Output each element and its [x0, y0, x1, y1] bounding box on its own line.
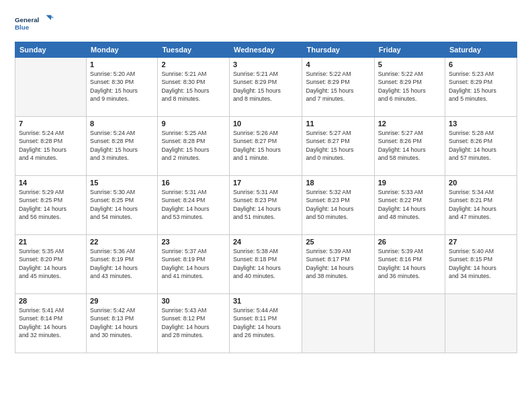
day-cell: 25Sunrise: 5:39 AMSunset: 8:17 PMDayligh…	[302, 235, 374, 294]
day-number: 18	[306, 179, 370, 187]
day-number: 22	[90, 238, 154, 246]
day-cell: 8Sunrise: 5:24 AMSunset: 8:28 PMDaylight…	[87, 117, 158, 176]
day-number: 4	[306, 60, 370, 68]
day-number: 23	[161, 238, 226, 246]
day-info: Sunrise: 5:25 AMSunset: 8:28 PMDaylight:…	[161, 129, 226, 162]
svg-marker-2	[46, 15, 52, 21]
day-info: Sunrise: 5:35 AMSunset: 8:20 PMDaylight:…	[19, 247, 83, 280]
day-info: Sunrise: 5:24 AMSunset: 8:28 PMDaylight:…	[19, 129, 83, 162]
day-number: 21	[19, 238, 83, 246]
day-number: 24	[233, 238, 299, 246]
day-number: 9	[161, 120, 226, 128]
day-info: Sunrise: 5:41 AMSunset: 8:14 PMDaylight:…	[19, 306, 83, 339]
day-info: Sunrise: 5:40 AMSunset: 8:15 PMDaylight:…	[449, 247, 513, 280]
day-info: Sunrise: 5:27 AMSunset: 8:26 PMDaylight:…	[378, 129, 441, 162]
day-cell: 5Sunrise: 5:22 AMSunset: 8:29 PMDaylight…	[374, 58, 445, 117]
day-info: Sunrise: 5:39 AMSunset: 8:16 PMDaylight:…	[378, 247, 441, 280]
day-info: Sunrise: 5:27 AMSunset: 8:27 PMDaylight:…	[306, 129, 370, 162]
day-cell: 11Sunrise: 5:27 AMSunset: 8:27 PMDayligh…	[302, 117, 374, 176]
day-number: 5	[378, 60, 441, 68]
day-cell: 31Sunrise: 5:44 AMSunset: 8:11 PMDayligh…	[229, 294, 302, 353]
weekday-monday: Monday	[87, 42, 158, 58]
logo-svg: General Blue	[15, 12, 55, 36]
day-info: Sunrise: 5:39 AMSunset: 8:17 PMDaylight:…	[306, 247, 370, 280]
day-number: 31	[233, 297, 299, 305]
day-number: 29	[90, 297, 154, 305]
day-cell: 19Sunrise: 5:33 AMSunset: 8:22 PMDayligh…	[374, 176, 445, 235]
day-number: 26	[378, 238, 441, 246]
day-number: 10	[233, 120, 299, 128]
day-cell: 17Sunrise: 5:31 AMSunset: 8:23 PMDayligh…	[229, 176, 302, 235]
weekday-sunday: Sunday	[15, 42, 87, 58]
day-number: 28	[19, 297, 83, 305]
day-info: Sunrise: 5:21 AMSunset: 8:29 PMDaylight:…	[233, 70, 299, 103]
day-number: 19	[378, 179, 441, 187]
day-info: Sunrise: 5:21 AMSunset: 8:30 PMDaylight:…	[161, 70, 226, 103]
day-info: Sunrise: 5:20 AMSunset: 8:30 PMDaylight:…	[90, 70, 154, 103]
weekday-wednesday: Wednesday	[229, 42, 302, 58]
day-number: 1	[90, 60, 154, 68]
day-cell: 23Sunrise: 5:37 AMSunset: 8:19 PMDayligh…	[158, 235, 230, 294]
day-number: 17	[233, 179, 299, 187]
day-info: Sunrise: 5:23 AMSunset: 8:29 PMDaylight:…	[449, 70, 513, 103]
day-number: 7	[19, 120, 83, 128]
header: General Blue	[15, 12, 517, 36]
day-info: Sunrise: 5:22 AMSunset: 8:29 PMDaylight:…	[378, 70, 441, 103]
day-cell: 13Sunrise: 5:28 AMSunset: 8:26 PMDayligh…	[445, 117, 517, 176]
day-info: Sunrise: 5:26 AMSunset: 8:27 PMDaylight:…	[233, 129, 299, 162]
svg-text:General: General	[15, 16, 40, 24]
day-number: 11	[306, 120, 370, 128]
day-cell: 28Sunrise: 5:41 AMSunset: 8:14 PMDayligh…	[15, 294, 87, 353]
weekday-saturday: Saturday	[445, 42, 517, 58]
day-number: 3	[233, 60, 299, 68]
svg-marker-3	[51, 15, 54, 19]
day-info: Sunrise: 5:28 AMSunset: 8:26 PMDaylight:…	[449, 129, 513, 162]
day-info: Sunrise: 5:31 AMSunset: 8:24 PMDaylight:…	[161, 188, 226, 221]
week-row-1: 1Sunrise: 5:20 AMSunset: 8:30 PMDaylight…	[15, 58, 517, 117]
day-cell: 12Sunrise: 5:27 AMSunset: 8:26 PMDayligh…	[374, 117, 445, 176]
day-info: Sunrise: 5:37 AMSunset: 8:19 PMDaylight:…	[161, 247, 226, 280]
day-cell: 14Sunrise: 5:29 AMSunset: 8:25 PMDayligh…	[15, 176, 87, 235]
week-row-5: 28Sunrise: 5:41 AMSunset: 8:14 PMDayligh…	[15, 294, 517, 353]
day-cell: 16Sunrise: 5:31 AMSunset: 8:24 PMDayligh…	[158, 176, 230, 235]
day-number: 25	[306, 238, 370, 246]
day-number: 2	[161, 60, 226, 68]
day-info: Sunrise: 5:34 AMSunset: 8:21 PMDaylight:…	[449, 188, 513, 221]
week-row-2: 7Sunrise: 5:24 AMSunset: 8:28 PMDaylight…	[15, 117, 517, 176]
logo: General Blue	[15, 12, 55, 36]
weekday-tuesday: Tuesday	[158, 42, 230, 58]
day-cell: 15Sunrise: 5:30 AMSunset: 8:25 PMDayligh…	[87, 176, 158, 235]
day-number: 12	[378, 120, 441, 128]
day-cell: 26Sunrise: 5:39 AMSunset: 8:16 PMDayligh…	[374, 235, 445, 294]
day-cell: 4Sunrise: 5:22 AMSunset: 8:29 PMDaylight…	[302, 58, 374, 117]
day-info: Sunrise: 5:30 AMSunset: 8:25 PMDaylight:…	[90, 188, 154, 221]
day-cell: 1Sunrise: 5:20 AMSunset: 8:30 PMDaylight…	[87, 58, 158, 117]
day-number: 20	[449, 179, 513, 187]
day-number: 30	[161, 297, 226, 305]
day-cell: 7Sunrise: 5:24 AMSunset: 8:28 PMDaylight…	[15, 117, 87, 176]
weekday-header-row: SundayMondayTuesdayWednesdayThursdayFrid…	[15, 42, 517, 58]
day-cell: 6Sunrise: 5:23 AMSunset: 8:29 PMDaylight…	[445, 58, 517, 117]
day-info: Sunrise: 5:24 AMSunset: 8:28 PMDaylight:…	[90, 129, 154, 162]
day-info: Sunrise: 5:29 AMSunset: 8:25 PMDaylight:…	[19, 188, 83, 221]
day-info: Sunrise: 5:22 AMSunset: 8:29 PMDaylight:…	[306, 70, 370, 103]
day-number: 14	[19, 179, 83, 187]
day-cell: 29Sunrise: 5:42 AMSunset: 8:13 PMDayligh…	[87, 294, 158, 353]
day-info: Sunrise: 5:36 AMSunset: 8:19 PMDaylight:…	[90, 247, 154, 280]
day-cell: 18Sunrise: 5:32 AMSunset: 8:23 PMDayligh…	[302, 176, 374, 235]
day-cell: 20Sunrise: 5:34 AMSunset: 8:21 PMDayligh…	[445, 176, 517, 235]
day-cell	[302, 294, 374, 353]
day-cell	[374, 294, 445, 353]
day-cell: 24Sunrise: 5:38 AMSunset: 8:18 PMDayligh…	[229, 235, 302, 294]
day-info: Sunrise: 5:42 AMSunset: 8:13 PMDaylight:…	[90, 306, 154, 339]
calendar-table: SundayMondayTuesdayWednesdayThursdayFrid…	[15, 42, 517, 353]
day-number: 27	[449, 238, 513, 246]
day-cell	[15, 58, 87, 117]
day-cell: 30Sunrise: 5:43 AMSunset: 8:12 PMDayligh…	[158, 294, 230, 353]
weekday-friday: Friday	[374, 42, 445, 58]
day-cell: 10Sunrise: 5:26 AMSunset: 8:27 PMDayligh…	[229, 117, 302, 176]
svg-text:Blue: Blue	[15, 24, 30, 31]
day-cell: 3Sunrise: 5:21 AMSunset: 8:29 PMDaylight…	[229, 58, 302, 117]
day-number: 8	[90, 120, 154, 128]
day-number: 15	[90, 179, 154, 187]
